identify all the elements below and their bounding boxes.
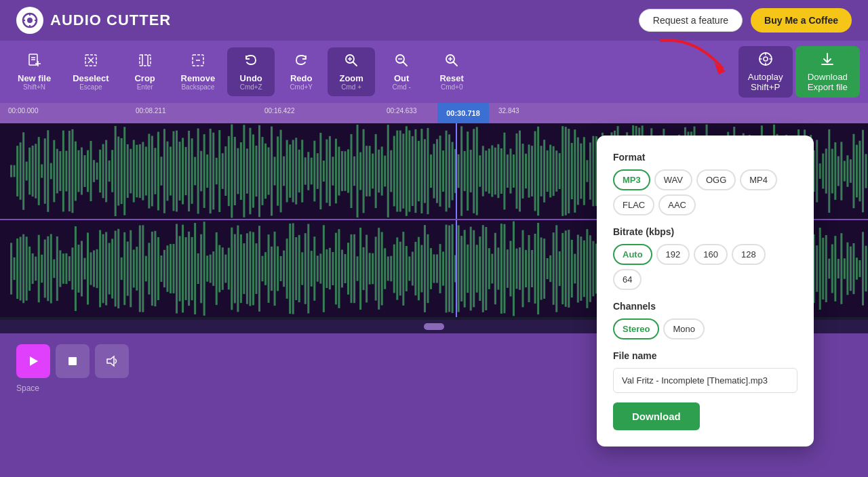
svg-rect-93 — [191, 138, 193, 204]
filename-input[interactable] — [613, 368, 797, 393]
svg-rect-421 — [335, 233, 337, 305]
format-mp3[interactable]: MP3 — [613, 169, 650, 190]
svg-rect-118 — [268, 147, 270, 194]
channel-stereo[interactable]: Stereo — [613, 318, 659, 339]
format-flac[interactable]: FLAC — [613, 194, 654, 215]
svg-rect-336 — [75, 226, 77, 311]
svg-rect-578 — [816, 245, 818, 292]
svg-rect-160 — [396, 131, 398, 212]
svg-rect-443 — [402, 232, 404, 306]
svg-rect-163 — [406, 126, 408, 216]
toolbar-reset[interactable]: Reset Cmd+0 — [428, 47, 475, 96]
download-action-button[interactable]: Download — [613, 402, 700, 430]
toolbar-zoom-out[interactable]: Out Cmd - — [378, 47, 425, 96]
svg-rect-182 — [464, 151, 466, 191]
svg-rect-373 — [188, 232, 190, 306]
svg-rect-358 — [142, 225, 144, 312]
bitrate-64[interactable]: 64 — [613, 269, 642, 290]
buy-coffee-button[interactable]: Buy Me a Coffee — [751, 8, 852, 33]
svg-rect-469 — [482, 225, 484, 312]
timeline-bar[interactable]: 00:00.000 00:08.211 00:16.422 00:24.633 … — [0, 103, 868, 123]
bitrate-auto[interactable]: Auto — [613, 244, 652, 265]
svg-rect-147 — [357, 125, 359, 217]
svg-rect-42 — [35, 144, 37, 198]
svg-rect-413 — [311, 251, 313, 287]
svg-rect-71 — [123, 127, 125, 215]
svg-rect-402 — [277, 246, 279, 291]
svg-rect-308 — [850, 159, 852, 183]
svg-rect-377 — [200, 234, 202, 304]
zoom-out-shortcut: Cmd - — [393, 83, 411, 91]
format-wav[interactable]: WAV — [654, 169, 692, 190]
format-ogg[interactable]: OGG — [696, 169, 736, 190]
svg-rect-212 — [555, 150, 557, 192]
toolbar-zoom[interactable]: Zoom Cmd + — [328, 47, 375, 96]
svg-rect-589 — [850, 247, 852, 291]
svg-rect-366 — [166, 245, 168, 292]
svg-rect-497 — [568, 230, 570, 308]
svg-rect-500 — [577, 234, 579, 302]
svg-rect-412 — [307, 224, 309, 313]
svg-rect-204 — [531, 146, 533, 196]
svg-rect-499 — [574, 254, 576, 284]
toolbar-undo[interactable]: Undo Cmd+Z — [227, 47, 275, 96]
channels-label: Channels — [613, 301, 797, 312]
svg-rect-40 — [28, 148, 31, 195]
svg-rect-189 — [485, 150, 487, 191]
play-button[interactable] — [16, 344, 50, 378]
svg-rect-330 — [56, 236, 58, 301]
toolbar-download-button[interactable]: Download Export file — [795, 46, 860, 98]
svg-rect-151 — [369, 146, 371, 196]
svg-rect-394 — [252, 232, 254, 306]
toolbar-redo[interactable]: Redo Cmd+Y — [277, 47, 325, 96]
svg-rect-442 — [399, 242, 401, 296]
svg-rect-333 — [65, 253, 67, 284]
svg-rect-143 — [344, 151, 346, 191]
bitrate-192[interactable]: 192 — [656, 244, 690, 265]
toolbar-deselect[interactable]: Deselect Escape — [63, 47, 118, 96]
svg-rect-46 — [47, 130, 49, 212]
svg-rect-98 — [206, 154, 208, 188]
bitrate-128[interactable]: 128 — [732, 244, 766, 265]
svg-rect-426 — [351, 234, 353, 303]
svg-rect-405 — [286, 239, 288, 299]
svg-rect-580 — [822, 238, 824, 299]
svg-rect-158 — [390, 150, 392, 192]
svg-rect-399 — [268, 234, 270, 303]
toolbar-autoplay[interactable]: Autoplay Shift+P — [738, 46, 793, 98]
svg-rect-167 — [418, 141, 420, 201]
svg-rect-132 — [311, 158, 313, 185]
svg-rect-446 — [412, 251, 414, 285]
redo-icon — [294, 53, 309, 72]
toolbar-new-file[interactable]: New file Shift+N — [8, 47, 60, 96]
volume-button[interactable] — [95, 344, 129, 378]
svg-rect-213 — [559, 153, 561, 189]
svg-rect-324 — [38, 235, 40, 303]
channel-options: Stereo Mono — [613, 318, 797, 339]
toolbar-download-label: Download — [808, 72, 848, 82]
bitrate-160[interactable]: 160 — [694, 244, 728, 265]
svg-rect-361 — [151, 232, 153, 306]
channel-mono[interactable]: Mono — [663, 318, 705, 339]
scrollbar-thumb[interactable] — [424, 323, 444, 330]
svg-rect-220 — [580, 144, 582, 199]
stop-button[interactable] — [56, 344, 90, 378]
request-feature-button[interactable]: Request a feature — [639, 9, 743, 32]
svg-rect-419 — [329, 248, 331, 289]
playhead-bottom — [456, 220, 457, 317]
format-mp4[interactable]: MP4 — [740, 169, 777, 190]
svg-line-24 — [403, 62, 408, 66]
svg-rect-369 — [176, 224, 178, 313]
svg-rect-435 — [378, 228, 380, 310]
svg-rect-157 — [387, 125, 389, 217]
svg-rect-342 — [93, 250, 95, 287]
svg-rect-355 — [133, 249, 135, 287]
svg-rect-445 — [408, 257, 410, 281]
svg-rect-395 — [255, 243, 257, 294]
format-aac[interactable]: AAC — [658, 194, 696, 215]
toolbar-remove[interactable]: Remove Backspace — [172, 47, 225, 96]
svg-rect-106 — [231, 124, 233, 217]
new-file-shortcut: Shift+N — [23, 83, 45, 91]
deselect-icon — [83, 53, 98, 72]
toolbar-crop[interactable]: Crop Enter — [121, 47, 169, 96]
